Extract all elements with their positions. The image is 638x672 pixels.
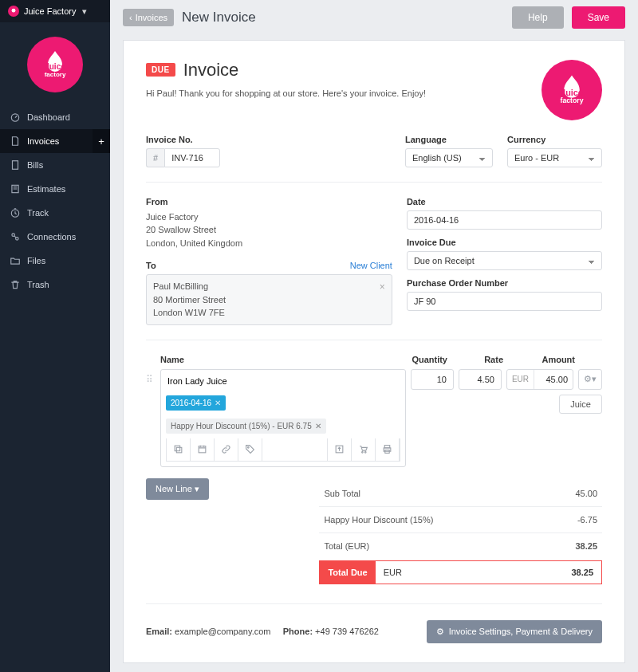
language-label: Language bbox=[405, 135, 493, 144]
currency-label: Currency bbox=[507, 135, 602, 144]
file-icon bbox=[10, 136, 21, 147]
company-logo-icon: factoryJuice bbox=[542, 60, 602, 120]
main-area: ‹ Invoices New Invoice Help Save DUE Inv… bbox=[110, 0, 638, 672]
gear-icon: ⚙ bbox=[436, 627, 444, 637]
svg-rect-12 bbox=[175, 446, 180, 451]
sidebar-item-label: Track bbox=[27, 208, 49, 218]
close-icon[interactable]: × bbox=[380, 280, 385, 294]
page-title: New Invoice bbox=[182, 10, 256, 26]
quantity-input[interactable] bbox=[411, 369, 454, 390]
add-invoice-button[interactable]: + bbox=[93, 129, 110, 153]
sidebar-item-label: Estimates bbox=[27, 184, 65, 194]
svg-rect-4 bbox=[13, 161, 18, 170]
sidebar-item-label: Invoices bbox=[27, 136, 59, 146]
unit-select[interactable]: Juice bbox=[559, 395, 602, 414]
line-item: ⠿ 2016-04-16 ✕ Happy Hour Discount (15%)… bbox=[146, 369, 602, 467]
new-client-link[interactable]: New Client bbox=[350, 261, 392, 270]
totals-block: Sub Total45.00 Happy Hour Discount (15%)… bbox=[319, 481, 602, 584]
sidebar-logo: factoryJuice bbox=[0, 22, 110, 100]
tag-icon[interactable] bbox=[238, 438, 262, 461]
folder-icon bbox=[10, 255, 21, 266]
sidebar-item-label: Dashboard bbox=[27, 112, 70, 122]
page-icon bbox=[10, 159, 21, 171]
line-settings-button[interactable]: ⚙▾ bbox=[578, 369, 602, 390]
svg-text:factory: factory bbox=[561, 96, 584, 104]
svg-text:factory: factory bbox=[45, 71, 66, 78]
link-icon bbox=[10, 231, 21, 242]
print-icon[interactable] bbox=[376, 438, 400, 461]
from-label: From bbox=[146, 197, 392, 206]
clock-icon bbox=[10, 207, 21, 218]
copy-icon[interactable] bbox=[167, 438, 191, 461]
sidebar-item-trash[interactable]: Trash bbox=[0, 273, 110, 297]
calendar-icon[interactable] bbox=[191, 438, 215, 461]
client-box[interactable]: × Paul McBilling 80 Mortimer Street Lond… bbox=[146, 274, 392, 325]
sidebar-item-bills[interactable]: Bills bbox=[0, 153, 110, 177]
brand-name: Juice Factory bbox=[24, 6, 76, 16]
invoice-card: DUE Invoice Hi Paul! Thank you for shopp… bbox=[123, 40, 625, 663]
total-due: Total Due EUR 38.25 bbox=[319, 560, 602, 584]
language-select[interactable]: English (US) bbox=[405, 148, 493, 167]
svg-point-0 bbox=[12, 9, 16, 13]
remove-chip-icon[interactable]: ✕ bbox=[215, 399, 221, 407]
cart-icon[interactable] bbox=[352, 438, 376, 461]
sidebar-item-estimates[interactable]: Estimates bbox=[0, 177, 110, 201]
remove-chip-icon[interactable]: ✕ bbox=[315, 422, 321, 430]
po-number-input[interactable] bbox=[407, 292, 602, 311]
greeting-text: Hi Paul! Thank you for shopping at our s… bbox=[146, 88, 426, 98]
sidebar-item-dashboard[interactable]: Dashboard bbox=[0, 105, 110, 129]
sidebar-item-invoices[interactable]: Invoices + bbox=[0, 129, 110, 153]
invoice-heading: Invoice bbox=[183, 60, 239, 81]
discount-chip[interactable]: Happy Hour Discount (15%) - EUR 6.75 ✕ bbox=[166, 419, 326, 434]
invoice-settings-button[interactable]: ⚙ Invoice Settings, Payment & Delivery bbox=[427, 620, 602, 643]
date-chip[interactable]: 2016-04-16 ✕ bbox=[166, 395, 226, 411]
po-number-label: Purchase Order Number bbox=[407, 278, 602, 288]
back-button[interactable]: ‹ Invoices bbox=[123, 9, 174, 26]
amount-display: EUR 45.00 bbox=[506, 369, 573, 390]
topbar: ‹ Invoices New Invoice Help Save bbox=[110, 0, 638, 35]
line-toolbar bbox=[166, 438, 400, 462]
svg-text:Juice: Juice bbox=[45, 62, 65, 71]
to-label: To bbox=[146, 261, 156, 270]
invoice-number-label: Invoice No. bbox=[146, 135, 282, 144]
line-name-input[interactable] bbox=[166, 375, 400, 387]
invoice-number-prefix: # bbox=[146, 148, 164, 167]
svg-text:Juice: Juice bbox=[561, 87, 583, 96]
new-line-button[interactable]: New Line ▾ bbox=[146, 478, 209, 500]
help-button[interactable]: Help bbox=[512, 6, 564, 29]
currency-select[interactable]: Euro - EUR bbox=[507, 148, 602, 167]
save-button[interactable]: Save bbox=[572, 6, 625, 29]
sheet-icon bbox=[10, 183, 21, 195]
attach-link-icon[interactable] bbox=[215, 438, 238, 461]
date-label: Date bbox=[407, 197, 602, 206]
from-address: Juice Factory 20 Swallow Street London, … bbox=[146, 210, 392, 250]
archive-icon[interactable] bbox=[328, 438, 352, 461]
sidebar-item-files[interactable]: Files bbox=[0, 249, 110, 273]
trash-icon bbox=[10, 279, 21, 290]
workspace-switcher[interactable]: Juice Factory ▾ bbox=[0, 0, 110, 22]
svg-rect-11 bbox=[176, 448, 182, 454]
invoice-footer: Email: example@company.com Phone: +49 73… bbox=[146, 620, 602, 643]
sidebar-item-label: Bills bbox=[27, 160, 43, 170]
juice-logo-icon: factoryJuice bbox=[27, 37, 83, 92]
status-badge: DUE bbox=[146, 63, 175, 77]
rate-input[interactable] bbox=[459, 369, 502, 390]
svg-point-16 bbox=[361, 452, 363, 454]
drag-handle-icon[interactable]: ⠿ bbox=[146, 369, 156, 385]
sidebar: Juice Factory ▾ factoryJuice Dashboard I… bbox=[0, 0, 110, 672]
invoice-due-select[interactable]: Due on Receipt bbox=[407, 251, 602, 270]
sidebar-item-label: Files bbox=[27, 256, 45, 265]
invoice-due-label: Invoice Due bbox=[407, 238, 602, 247]
chevron-down-icon: ▾ bbox=[195, 484, 199, 493]
invoice-number-input[interactable] bbox=[164, 148, 220, 167]
date-input[interactable] bbox=[407, 210, 602, 230]
sidebar-item-track[interactable]: Track bbox=[0, 201, 110, 225]
svg-point-14 bbox=[248, 447, 250, 449]
sidebar-item-label: Trash bbox=[27, 280, 49, 289]
sidebar-item-label: Connections bbox=[27, 232, 76, 242]
back-label: Invoices bbox=[136, 13, 167, 22]
sidebar-item-connections[interactable]: Connections bbox=[0, 225, 110, 249]
svg-rect-13 bbox=[199, 446, 206, 453]
chevron-left-icon: ‹ bbox=[129, 13, 132, 22]
brand-badge-icon bbox=[8, 6, 19, 17]
